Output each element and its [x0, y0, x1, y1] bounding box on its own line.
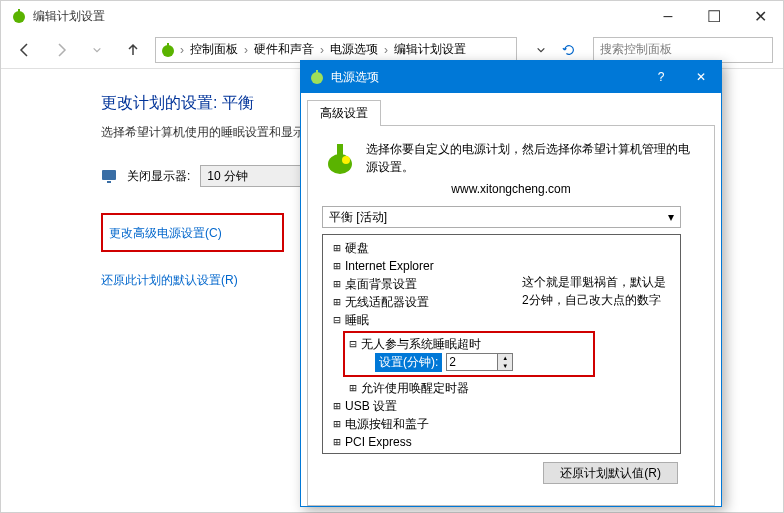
tree-node[interactable]: 硬盘: [343, 240, 369, 257]
expand-icon[interactable]: ⊞: [347, 381, 359, 395]
breadcrumb[interactable]: › 控制面板 › 硬件和声音 › 电源选项 › 编辑计划设置: [155, 37, 517, 63]
svg-point-10: [342, 156, 350, 164]
power-options-dialog: 电源选项 ? ✕ 高级设置 选择你要自定义的电源计划，然后选择你希望计算机管理的…: [300, 60, 722, 507]
history-dropdown[interactable]: [83, 36, 111, 64]
tree-node[interactable]: 电源按钮和盖子: [343, 416, 429, 433]
dropdown-button[interactable]: [529, 38, 553, 62]
breadcrumb-item[interactable]: 编辑计划设置: [390, 41, 470, 58]
expand-icon[interactable]: ⊞: [331, 435, 343, 449]
expand-icon[interactable]: ⊞: [331, 241, 343, 255]
close-button[interactable]: ✕: [737, 1, 783, 31]
tree-node[interactable]: 无线适配器设置: [343, 294, 429, 311]
breadcrumb-item[interactable]: 电源选项: [326, 41, 382, 58]
tree-node-unattended-sleep[interactable]: 无人参与系统睡眠超时: [359, 336, 481, 353]
tree-node[interactable]: USB 设置: [343, 398, 397, 415]
settings-tree[interactable]: 这个就是罪魁祸首，默认是 2分钟，自己改大点的数字 ⊞硬盘 ⊞Internet …: [322, 234, 681, 454]
chevron-right-icon: ›: [320, 43, 324, 57]
intro-text: 选择你要自定义的电源计划，然后选择你希望计算机管理的电源设置。: [366, 140, 700, 176]
watermark-url: www.xitongcheng.com: [322, 182, 700, 196]
chevron-down-icon: ▾: [668, 210, 674, 224]
maximize-button[interactable]: ☐: [691, 1, 737, 31]
tree-node[interactable]: Internet Explorer: [343, 259, 434, 273]
tree-node-sleep[interactable]: 睡眠: [343, 312, 369, 329]
svg-rect-9: [337, 144, 343, 158]
restore-plan-defaults-button[interactable]: 还原计划默认值(R): [543, 462, 678, 484]
minutes-input[interactable]: [446, 353, 498, 371]
svg-rect-7: [316, 70, 318, 76]
refresh-button[interactable]: [557, 38, 581, 62]
tree-node[interactable]: PCI Express: [343, 435, 412, 449]
change-advanced-link[interactable]: 更改高级电源设置(C): [109, 226, 222, 240]
collapse-icon[interactable]: ⊟: [347, 337, 359, 351]
control-panel-icon: [160, 42, 176, 58]
chevron-right-icon: ›: [384, 43, 388, 57]
dialog-titlebar: 电源选项 ? ✕: [301, 61, 721, 93]
chevron-right-icon: ›: [244, 43, 248, 57]
expand-icon[interactable]: ⊞: [331, 295, 343, 309]
minimize-button[interactable]: –: [645, 1, 691, 31]
breadcrumb-item[interactable]: 控制面板: [186, 41, 242, 58]
setting-minutes-label: 设置(分钟):: [375, 353, 442, 372]
svg-rect-4: [102, 170, 116, 180]
dialog-close-button[interactable]: ✕: [681, 61, 721, 93]
battery-icon: [322, 140, 358, 176]
search-input[interactable]: 搜索控制面板: [593, 37, 773, 63]
spinner-up-icon[interactable]: ▲: [498, 354, 512, 362]
highlight-annotation: 更改高级电源设置(C): [101, 213, 284, 252]
expand-icon[interactable]: ⊞: [331, 399, 343, 413]
svg-rect-3: [167, 43, 169, 49]
tree-node[interactable]: 桌面背景设置: [343, 276, 417, 293]
expand-icon[interactable]: ⊞: [331, 277, 343, 291]
monitor-icon: [101, 168, 117, 184]
tab-advanced[interactable]: 高级设置: [307, 100, 381, 126]
expand-icon[interactable]: ⊞: [331, 417, 343, 431]
chevron-right-icon: ›: [180, 43, 184, 57]
titlebar: 编辑计划设置 – ☐ ✕: [1, 1, 783, 31]
window-title: 编辑计划设置: [33, 8, 645, 25]
dialog-title: 电源选项: [331, 69, 379, 86]
annotation-text: 这个就是罪魁祸首，默认是 2分钟，自己改大点的数字: [522, 273, 666, 309]
turn-off-display-label: 关闭显示器:: [127, 168, 190, 185]
svg-rect-1: [18, 9, 20, 15]
spinner-down-icon[interactable]: ▼: [498, 362, 512, 370]
highlight-annotation: ⊟无人参与系统睡眠超时 设置(分钟): ▲ ▼: [343, 331, 595, 377]
power-options-icon: [11, 8, 27, 24]
help-button[interactable]: ?: [641, 61, 681, 93]
minutes-spinner[interactable]: ▲ ▼: [446, 353, 513, 371]
power-plan-select[interactable]: 平衡 [活动] ▾: [322, 206, 681, 228]
tree-node[interactable]: 允许使用唤醒定时器: [359, 380, 469, 397]
breadcrumb-item[interactable]: 硬件和声音: [250, 41, 318, 58]
collapse-icon[interactable]: ⊟: [331, 313, 343, 327]
power-options-icon: [309, 69, 325, 85]
expand-icon[interactable]: ⊞: [331, 259, 343, 273]
svg-rect-5: [107, 181, 111, 183]
forward-button[interactable]: [47, 36, 75, 64]
back-button[interactable]: [11, 36, 39, 64]
up-button[interactable]: [119, 36, 147, 64]
